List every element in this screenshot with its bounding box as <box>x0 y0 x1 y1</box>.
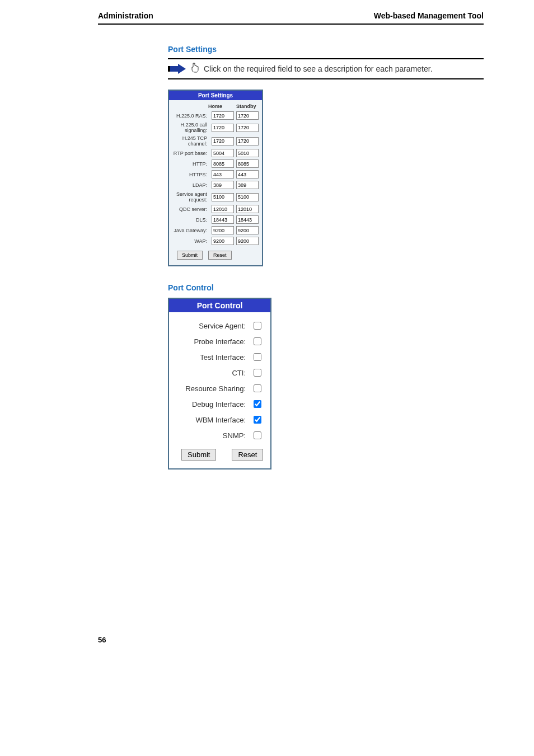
port-standby-input[interactable] <box>236 181 259 189</box>
port-home-input[interactable] <box>212 111 234 120</box>
note-row: Click on the required field to see a des… <box>168 58 484 79</box>
port-control-row: SNMP: <box>175 430 265 441</box>
port-settings-label: LDAP: <box>172 182 209 188</box>
port-control-label: Resource Sharing: <box>175 384 246 393</box>
port-control-label: Test Interface: <box>175 353 246 361</box>
submit-button[interactable]: Submit <box>177 251 203 260</box>
port-control-label: WBM Interface: <box>175 416 246 424</box>
port-settings-label: H.225.0 RAS: <box>172 113 209 119</box>
reset-button[interactable]: Reset <box>208 251 232 260</box>
port-home-input[interactable] <box>212 149 234 157</box>
port-settings-label: HTTP: <box>172 161 209 167</box>
port-settings-row: DLS: <box>172 215 259 224</box>
port-control-row: Debug Interface: <box>175 398 265 410</box>
port-settings-row: H.225.0 RAS: <box>172 111 259 120</box>
port-control-checkbox[interactable] <box>254 337 261 345</box>
port-control-checkbox[interactable] <box>254 431 261 439</box>
port-control-row: Test Interface: <box>175 351 265 363</box>
port-settings-row: H.245 TCP channel: <box>172 135 259 147</box>
port-control-checkbox[interactable] <box>254 400 261 408</box>
port-home-input[interactable] <box>212 124 234 132</box>
port-settings-panel: Port Settings Home Standby H.225.0 RAS:H… <box>168 90 263 266</box>
port-home-input[interactable] <box>212 181 234 189</box>
svg-marker-0 <box>168 64 186 74</box>
port-control-checkbox[interactable] <box>254 369 261 377</box>
port-control-heading: Port Control <box>168 283 484 292</box>
port-home-input[interactable] <box>212 159 234 168</box>
port-control-row: Service Agent: <box>175 320 265 331</box>
port-standby-input[interactable] <box>236 137 259 145</box>
port-settings-label: WAP: <box>172 238 209 244</box>
port-settings-row: HTTP: <box>172 159 259 168</box>
svg-marker-1 <box>168 66 170 72</box>
port-settings-row: RTP port base: <box>172 149 259 157</box>
port-settings-row: H.225.0 call signalling: <box>172 122 259 133</box>
header-right: Web-based Management Tool <box>374 11 484 20</box>
port-control-row: CTI: <box>175 367 265 378</box>
port-home-input[interactable] <box>212 215 234 224</box>
port-control-row: Probe Interface: <box>175 336 265 347</box>
port-home-input[interactable] <box>212 193 234 201</box>
port-home-input[interactable] <box>212 226 234 234</box>
reset-button[interactable]: Reset <box>232 449 263 461</box>
port-standby-input[interactable] <box>236 111 259 120</box>
port-standby-input[interactable] <box>236 170 259 179</box>
port-control-label: Debug Interface: <box>175 400 246 408</box>
port-standby-input[interactable] <box>236 226 259 234</box>
port-control-label: Service Agent: <box>175 322 246 330</box>
port-control-checkbox[interactable] <box>254 416 261 424</box>
port-home-input[interactable] <box>212 170 234 179</box>
port-control-label: SNMP: <box>175 431 246 440</box>
port-control-row: Resource Sharing: <box>175 383 265 394</box>
note-text: Click on the required field to see a des… <box>204 64 433 73</box>
port-standby-input[interactable] <box>236 237 259 245</box>
port-settings-label: Java Gateway: <box>172 228 209 233</box>
submit-button[interactable]: Submit <box>181 449 216 461</box>
hand-pointer-icon <box>190 63 199 75</box>
port-settings-row: Java Gateway: <box>172 226 259 234</box>
arrow-right-icon <box>168 64 186 74</box>
port-control-label: Probe Interface: <box>175 337 246 346</box>
port-settings-label: Service agent request: <box>172 191 209 203</box>
port-standby-input[interactable] <box>236 159 259 168</box>
port-settings-panel-title: Port Settings <box>169 91 262 100</box>
port-settings-label: QDC server: <box>172 206 209 212</box>
port-settings-row: QDC server: <box>172 205 259 213</box>
port-settings-label: H.245 TCP channel: <box>172 135 209 147</box>
port-settings-row: WAP: <box>172 237 259 245</box>
port-settings-heading: Port Settings <box>168 45 484 54</box>
port-control-label: CTI: <box>175 369 246 377</box>
port-control-checkbox[interactable] <box>254 384 261 392</box>
port-settings-row: Service agent request: <box>172 191 259 203</box>
port-settings-row: HTTPS: <box>172 170 259 179</box>
port-settings-row: LDAP: <box>172 181 259 189</box>
port-control-panel: Port Control Service Agent:Probe Interfa… <box>168 298 271 469</box>
port-standby-input[interactable] <box>236 205 259 213</box>
port-standby-input[interactable] <box>236 215 259 224</box>
column-standby: Standby <box>236 104 259 109</box>
port-control-panel-title: Port Control <box>169 299 270 312</box>
column-home: Home <box>208 104 231 109</box>
port-home-input[interactable] <box>212 137 234 145</box>
content: Port Settings Click on the required fiel… <box>168 45 484 469</box>
header-left: Administration <box>98 11 153 20</box>
port-control-checkbox[interactable] <box>254 322 261 330</box>
port-settings-label: DLS: <box>172 217 209 223</box>
port-home-input[interactable] <box>212 205 234 213</box>
port-control-checkbox[interactable] <box>254 353 261 361</box>
header-bar: Administration Web-based Management Tool <box>98 11 484 25</box>
port-standby-input[interactable] <box>236 149 259 157</box>
port-settings-label: H.225.0 call signalling: <box>172 122 209 133</box>
page-number: 56 <box>98 636 106 644</box>
port-standby-input[interactable] <box>236 193 259 201</box>
port-settings-label: RTP port base: <box>172 151 209 156</box>
port-settings-label: HTTPS: <box>172 172 209 177</box>
port-control-row: WBM Interface: <box>175 414 265 425</box>
port-standby-input[interactable] <box>236 124 259 132</box>
port-home-input[interactable] <box>212 237 234 245</box>
